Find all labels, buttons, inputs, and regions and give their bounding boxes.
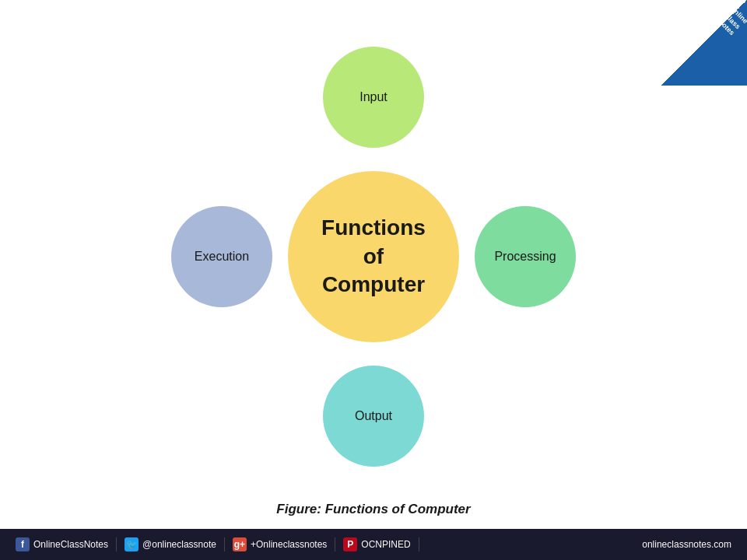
google-plus-icon: g+ [233,537,247,551]
center-circle: FunctionsofComputer [288,171,459,342]
center-label: FunctionsofComputer [321,214,426,299]
output-circle: Output [323,366,424,467]
footer-twitter[interactable]: 🐦 @onlineclassnote [117,537,225,551]
diagram-container: Input Processing Output Execution Functi… [0,23,747,490]
facebook-label: OnlineClassNotes [33,539,108,550]
facebook-icon: f [16,537,30,551]
pinterest-icon: P [343,537,357,551]
twitter-label: @onlineclassnote [142,539,216,550]
processing-label: Processing [494,250,556,264]
footer-facebook[interactable]: f OnlineClassNotes [8,537,117,551]
footer-website[interactable]: onlineclassnotes.com [634,539,739,550]
figure-caption: Figure: Functions of Computer [0,502,747,517]
corner-banner: Online Class Notes [661,0,747,86]
output-label: Output [355,409,392,423]
execution-label: Execution [195,250,249,264]
footer-pinterest[interactable]: P OCNPINED [335,537,419,551]
execution-circle: Execution [171,206,272,307]
website-label: onlineclassnotes.com [642,539,731,550]
functions-diagram: Input Processing Output Execution Functi… [171,47,576,467]
google-label: +Onlineclassnotes [251,539,327,550]
input-label: Input [359,90,388,104]
caption-text: Figure: Functions of Computer [276,502,470,516]
processing-circle: Processing [475,206,576,307]
input-circle: Input [323,47,424,148]
pinterest-label: OCNPINED [361,539,410,550]
footer-bar: f OnlineClassNotes 🐦 @onlineclassnote g+… [0,529,747,560]
twitter-icon: 🐦 [124,537,139,551]
footer-google[interactable]: g+ +Onlineclassnotes [225,537,335,551]
